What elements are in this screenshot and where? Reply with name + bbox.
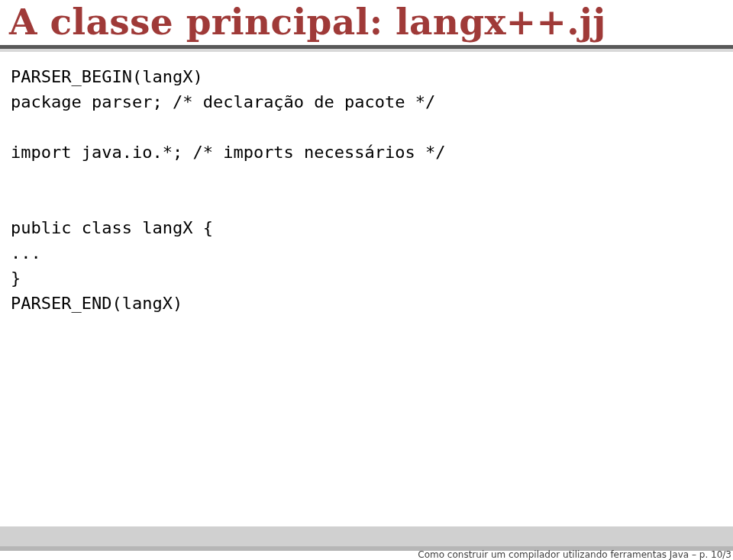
- slide: A classe principal: langx++.jj PARSER_BE…: [0, 0, 733, 560]
- code-line: package parser; /* declaração de pacote …: [11, 92, 435, 111]
- code-line: PARSER_BEGIN(langX): [11, 67, 203, 86]
- slide-title: A classe principal: langx++.jj: [9, 2, 733, 43]
- footer-text: Como construir um compilador utilizando …: [418, 549, 731, 560]
- code-block: PARSER_BEGIN(langX) package parser; /* d…: [11, 64, 733, 316]
- code-line: }: [11, 269, 21, 288]
- code-line: import java.io.*; /* imports necessários…: [11, 143, 446, 162]
- code-line: public class langX {: [11, 218, 213, 237]
- code-line: PARSER_END(langX): [11, 294, 182, 313]
- footer-bar: [0, 526, 733, 546]
- title-area: A classe principal: langx++.jj: [0, 0, 733, 43]
- code-line: ...: [11, 243, 41, 262]
- content-area: PARSER_BEGIN(langX) package parser; /* d…: [0, 52, 733, 316]
